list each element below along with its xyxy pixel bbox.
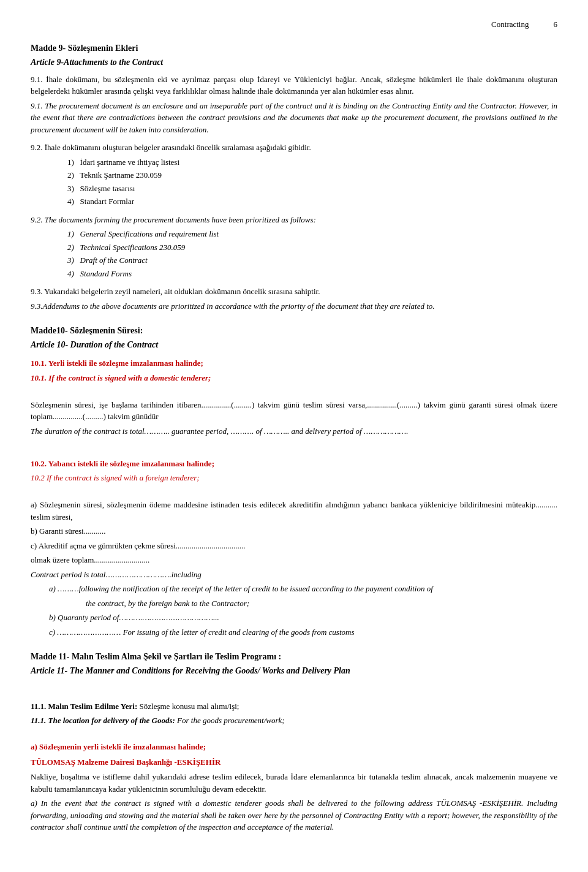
- art9-list-en-1: 1) General Specifications and requiremen…: [67, 228, 557, 240]
- art10-2-c-tr: c) Akreditif açma ve gümrükten çekme sür…: [31, 540, 557, 552]
- madde9-title-en: Article 9-Attachments to the Contract: [31, 56, 557, 69]
- page-header: Contracting 6: [31, 18, 557, 31]
- art9-list-tr-2: 2) Teknik Şartname 230.059: [67, 169, 557, 181]
- madde10-title-tr: Madde10- Sözleşmenin Süresi:: [31, 324, 557, 337]
- art10-2-d-tr: olmak üzere toplam......................…: [31, 554, 557, 566]
- page-container: Contracting 6 Madde 9- Sözleşmenin Ekler…: [31, 18, 557, 833]
- art11-a-body-en: a) In the event that the contract is sig…: [31, 797, 557, 833]
- art11-a-org-tr: TÜLOMSAŞ Malzeme Dairesi Başkanlığı -ESK…: [31, 756, 557, 768]
- art11-1-title-tr: 11.1. Malın Teslim Edilme Yeri: Sözleşme…: [31, 700, 557, 713]
- art9-2-title-en: 9.2. The documents forming the procureme…: [31, 214, 557, 226]
- art10-2-b-en: b) Quaranty period of……….…………………………...: [49, 612, 557, 624]
- art10-2-a-en: Contract period is total……………………….includ…: [31, 569, 557, 581]
- art10-2-a2-en: a) ………following the notification of the …: [49, 583, 557, 595]
- art10-2-title-tr: 10.2. Yabancı istekli ile sözleşme imzal…: [31, 458, 557, 470]
- art10-1-body-en: The duration of the contract is total…………: [31, 425, 557, 438]
- art9-intro-tr: 9.1. İhale dokümanı, bu sözleşmenin eki …: [31, 74, 557, 97]
- art10-2-title-en: 10.2 If the contract is signed with a fo…: [31, 472, 557, 484]
- art9-list-en-4: 4) Standard Forms: [67, 268, 557, 280]
- art10-1-title-en: 10.1. If the contract is signed with a d…: [31, 372, 557, 384]
- madde10-title-en: Article 10- Duration of the Contract: [31, 338, 557, 351]
- contracting-label: Contracting: [491, 18, 529, 31]
- art11-a-body-tr: Nakliye, boşaltma ve istifleme dahil yuk…: [31, 771, 557, 795]
- art9-3-tr: 9.3. Yukarıdaki belgelerin zeyil nameler…: [31, 286, 557, 298]
- art10-2-b-tr: b) Garanti süresi...........: [31, 525, 557, 537]
- art9-2-title-tr: 9.2. İhale dokümanını oluşturan belgeler…: [31, 142, 557, 154]
- art9-list-tr-3: 3) Sözleşme tasarısı: [67, 183, 557, 195]
- madde11-title-tr: Madde 11- Malın Teslim Alma Şekil ve Şar…: [31, 650, 557, 663]
- art11-a-title-tr: a) Sözleşmenin yerli istekli ile imzalan…: [31, 741, 557, 753]
- art9-3-en: 9.3.Addendums to the above documents are…: [31, 300, 557, 313]
- art9-list-en-3: 3) Draft of the Contract: [67, 254, 557, 267]
- madde9-title-tr: Madde 9- Sözleşmenin Ekleri: [31, 42, 557, 55]
- art10-2-a-tr: a) Sözleşmenin süresi, sözleşmenin ödeme…: [31, 499, 557, 523]
- art10-2-c-en: c) ……………………… For issuing of the letter o…: [49, 626, 557, 639]
- art9-list-en-2: 2) Technical Specifications 230.059: [67, 241, 557, 254]
- page-number: 6: [554, 18, 558, 31]
- art10-1-title-tr: 10.1. Yerli istekli ile sözleşme imzalan…: [31, 357, 557, 370]
- art9-1-en: 9.1. The procurement document is an encl…: [31, 100, 557, 136]
- madde11-title-en: Article 11- The Manner and Conditions fo…: [31, 664, 557, 677]
- art10-2-a3-en: the contract, by the foreign bank to the…: [86, 597, 557, 610]
- art11-1-title-en: 11.1. The location for delivery of the G…: [31, 715, 557, 727]
- art10-1-body-tr: Sözleşmenin süresi, işe başlama tarihind…: [31, 399, 557, 423]
- art9-list-tr-4: 4) Standart Formlar: [67, 195, 557, 208]
- art9-list-tr-1: 1) İdari şartname ve ihtiyaç listesi: [67, 156, 557, 169]
